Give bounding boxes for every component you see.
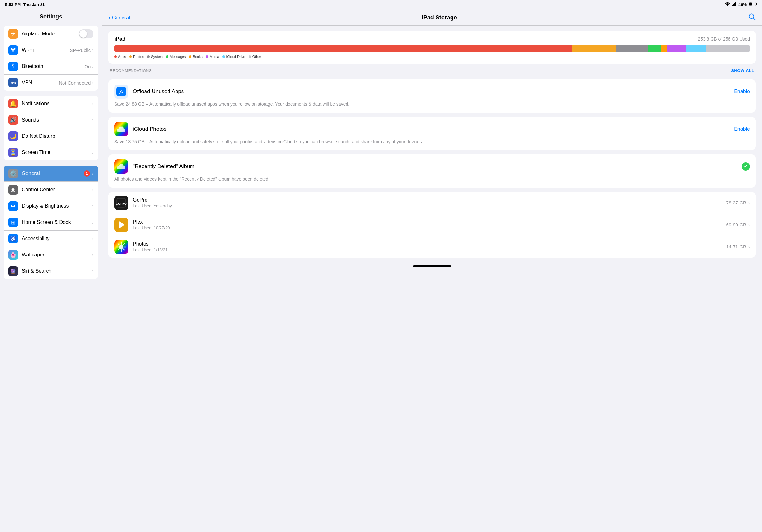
display-icon: AA	[8, 201, 18, 211]
bluetooth-value: On	[84, 64, 91, 69]
screentime-icon: ⏳	[8, 148, 18, 157]
legend-icloud: iCloud Drive	[222, 55, 245, 59]
svg-point-21	[119, 245, 123, 249]
bluetooth-chevron-icon: ›	[92, 64, 94, 69]
sidebar-item-wifi[interactable]: Wi-Fi SP-Public ›	[4, 42, 98, 58]
controlcenter-chevron-icon: ›	[92, 187, 94, 192]
bar-icloud	[686, 45, 706, 52]
svg-text:GOPRO: GOPRO	[116, 202, 127, 205]
legend-books-label: Books	[193, 55, 203, 59]
notifications-label: Notifications	[22, 101, 92, 106]
rec-icloud-card: iCloud Photos Enable Save 13.75 GB – Aut…	[109, 117, 756, 150]
search-button[interactable]	[749, 13, 756, 22]
sounds-chevron-icon: ›	[92, 117, 94, 122]
legend-apps-dot	[114, 55, 117, 58]
sidebar-item-airplane[interactable]: ✈ Airplane Mode	[4, 26, 98, 42]
sidebar-item-siri[interactable]: 🔮 Siri & Search ›	[4, 263, 98, 279]
legend-icloud-label: iCloud Drive	[226, 55, 245, 59]
svg-rect-1	[733, 4, 733, 6]
airplane-toggle[interactable]	[79, 29, 94, 38]
sidebar-item-screentime[interactable]: ⏳ Screen Time ›	[4, 145, 98, 161]
right-content: iPad 253.8 GB of 256 GB Used A	[102, 26, 762, 263]
general-label: General	[22, 170, 84, 176]
legend-system: System	[147, 55, 163, 59]
sidebar-item-display[interactable]: AA Display & Brightness ›	[4, 198, 98, 214]
legend-photos-dot	[129, 55, 132, 58]
siri-chevron-icon: ›	[92, 269, 94, 274]
legend-books: Books	[189, 55, 203, 59]
app-row-gopro[interactable]: GOPRO GoPro Last Used: Yesterday 78.37 G…	[109, 192, 756, 214]
svg-rect-0	[732, 5, 733, 6]
show-all-button[interactable]: SHOW ALL	[731, 68, 754, 73]
rec-deleted-title: "Recently Deleted" Album	[133, 163, 741, 170]
status-icons: 46%	[725, 2, 757, 7]
legend-photos: Photos	[129, 55, 144, 59]
rec-icloud-top: iCloud Photos Enable	[114, 122, 750, 136]
homescreen-icon: ⊞	[8, 218, 18, 227]
storage-card: iPad 253.8 GB of 256 GB Used A	[109, 31, 756, 64]
sidebar-item-donotdisturb[interactable]: 🌙 Do Not Disturb ›	[4, 128, 98, 145]
recommendations-label: Recommendations	[110, 69, 152, 73]
rec-offload-enable-button[interactable]: Enable	[734, 89, 750, 95]
wallpaper-label: Wallpaper	[22, 252, 92, 258]
app-row-plex[interactable]: Plex Last Used: 10/27/20 69.99 GB ›	[109, 214, 756, 236]
vpn-value: Not Connected	[59, 80, 91, 86]
controlcenter-label: Control Center	[22, 187, 92, 193]
rec-icloud-enable-button[interactable]: Enable	[734, 126, 750, 132]
svg-rect-4	[736, 2, 736, 6]
sidebar-item-controlcenter[interactable]: ◉ Control Center ›	[4, 182, 98, 198]
gopro-last-used: Last Used: Yesterday	[133, 204, 726, 208]
storage-header: iPad 253.8 GB of 256 GB Used	[114, 36, 750, 42]
battery-percent: 46%	[738, 2, 747, 7]
siri-label: Siri & Search	[22, 268, 92, 274]
settings-group-notifications: 🔔 Notifications › 🔊 Sounds › 🌙 Do Not Di…	[4, 96, 98, 161]
rec-deleted-top: "Recently Deleted" Album ✓	[114, 160, 750, 173]
photos-app-icon	[114, 240, 128, 254]
rec-offload-top: A Offload Unused Apps Enable	[114, 85, 750, 99]
plex-size: 69.99 GB	[726, 222, 746, 228]
sidebar-item-notifications[interactable]: 🔔 Notifications ›	[4, 96, 98, 112]
storage-legend: Apps Photos System Messages	[114, 55, 750, 59]
right-panel: ‹ General iPad Storage iPad 253.8 GB of …	[102, 9, 762, 532]
plex-last-used: Last Used: 10/27/20	[133, 226, 726, 230]
bar-messages	[648, 45, 661, 52]
vpn-icon: VPN	[8, 78, 18, 87]
svg-rect-3	[735, 2, 735, 6]
settings-title: Settings	[0, 9, 102, 23]
siri-icon: 🔮	[8, 266, 18, 276]
sidebar-item-homescreen[interactable]: ⊞ Home Screen & Dock ›	[4, 214, 98, 231]
legend-messages: Messages	[166, 55, 186, 59]
sidebar-item-sounds[interactable]: 🔊 Sounds ›	[4, 112, 98, 128]
legend-other-label: Other	[253, 55, 261, 59]
photos-info: Photos Last Used: 1/18/21	[133, 241, 726, 252]
status-time-date: 5:53 PM Thu Jan 21	[5, 2, 45, 7]
bar-apps	[114, 45, 572, 52]
plex-size-chevron: 69.99 GB ›	[726, 222, 750, 228]
sidebar-item-general[interactable]: ⚙️ General 1 ›	[4, 166, 98, 182]
legend-apps: Apps	[114, 55, 126, 59]
photos-size: 14.71 GB	[726, 244, 746, 249]
page-title: iPad Storage	[422, 14, 457, 21]
sidebar-item-wallpaper[interactable]: 🌸 Wallpaper ›	[4, 247, 98, 263]
bluetooth-icon: ␦	[8, 62, 18, 71]
back-chevron-icon: ‹	[109, 14, 111, 21]
gopro-size-chevron: 78.37 GB ›	[726, 200, 750, 205]
back-button[interactable]: ‹ General	[109, 14, 130, 21]
rec-offload-title: Offload Unused Apps	[133, 88, 734, 95]
main-container: Settings ✈ Airplane Mode Wi-Fi SP-Public…	[0, 9, 762, 532]
controlcenter-icon: ◉	[8, 185, 18, 195]
legend-system-label: System	[151, 55, 163, 59]
legend-media-label: Media	[210, 55, 219, 59]
legend-system-dot	[147, 55, 150, 58]
wifi-label: Wi-Fi	[22, 47, 70, 53]
app-row-photos[interactable]: Photos Last Used: 1/18/21 14.71 GB ›	[109, 236, 756, 258]
sidebar-item-vpn[interactable]: VPN VPN Not Connected ›	[4, 75, 98, 91]
sidebar-item-accessibility[interactable]: ♿ Accessibility ›	[4, 231, 98, 247]
gopro-chevron-icon: ›	[748, 200, 750, 205]
svg-text:A: A	[119, 89, 123, 95]
photos-last-used: Last Used: 1/18/21	[133, 247, 726, 252]
gopro-name: GoPro	[133, 197, 726, 203]
sidebar-item-bluetooth[interactable]: ␦ Bluetooth On ›	[4, 58, 98, 75]
signal-icon	[732, 2, 736, 7]
rec-offload-description: Save 24.88 GB – Automatically offload un…	[114, 101, 750, 107]
